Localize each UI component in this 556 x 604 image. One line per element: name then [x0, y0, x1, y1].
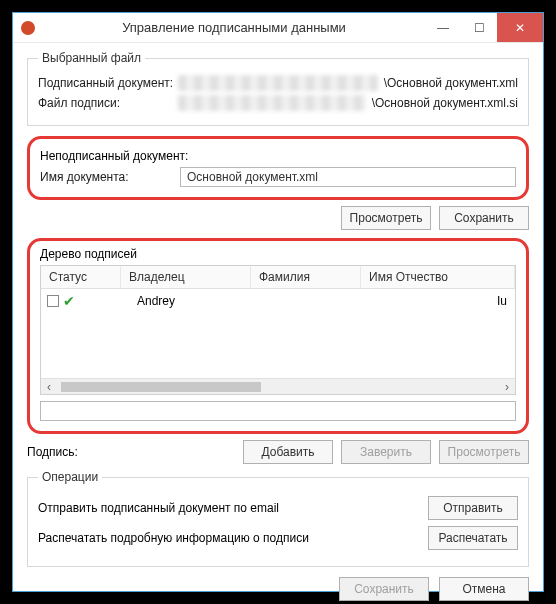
save-doc-button[interactable]: Сохранить — [439, 206, 529, 230]
window-frame: Управление подписанными данными ― ☐ ✕ Вы… — [12, 12, 544, 592]
scroll-right-icon[interactable]: › — [499, 380, 515, 394]
footer-cancel-button[interactable]: Отмена — [439, 577, 529, 601]
signature-tree: Статус Владелец Фамилия Имя Отчество ✔ A… — [40, 265, 516, 395]
sig-file-label: Файл подписи: — [38, 96, 178, 110]
signature-row: Подпись: Добавить Заверить Просмотреть — [27, 440, 529, 464]
scroll-left-icon[interactable]: ‹ — [41, 380, 57, 394]
col-owner[interactable]: Владелец — [121, 266, 251, 288]
doc-name-label: Имя документа: — [40, 170, 180, 184]
print-text: Распечатать подробную информацию о подпи… — [38, 531, 428, 545]
email-row: Отправить подписанный документ по email … — [38, 496, 518, 520]
unsigned-legend-row: Неподписанный документ: — [40, 149, 516, 163]
window-buttons: ― ☐ ✕ — [425, 13, 543, 42]
signed-doc-label: Подписанный документ: — [38, 76, 178, 90]
signature-label: Подпись: — [27, 445, 91, 459]
unsigned-buttons: Просмотреть Сохранить — [27, 206, 529, 230]
close-button[interactable]: ✕ — [497, 13, 543, 42]
col-status[interactable]: Статус — [41, 266, 121, 288]
col-surname[interactable]: Фамилия — [251, 266, 361, 288]
minimize-button[interactable]: ― — [425, 13, 461, 42]
operations-legend: Операции — [38, 470, 102, 484]
cell-owner: Andrey — [137, 294, 267, 308]
titlebar: Управление подписанными данными ― ☐ ✕ — [13, 13, 543, 43]
check-ok-icon: ✔ — [63, 293, 75, 309]
window-title: Управление подписанными данными — [43, 20, 425, 35]
operations-group: Операции Отправить подписанный документ … — [27, 470, 529, 567]
signed-doc-row: Подписанный документ: \Основной документ… — [38, 75, 518, 91]
table-row[interactable]: ✔ Andrey Iu — [41, 289, 515, 313]
cell-tail: Iu — [377, 294, 509, 308]
doc-name-row: Имя документа: — [40, 167, 516, 187]
selected-file-legend: Выбранный файл — [38, 51, 145, 65]
verify-signature-button[interactable]: Заверить — [341, 440, 431, 464]
tree-footer-row — [40, 401, 516, 421]
dialog-footer: Сохранить Отмена — [27, 577, 529, 601]
unsigned-doc-highlight: Неподписанный документ: Имя документа: — [27, 136, 529, 200]
send-email-button[interactable]: Отправить — [428, 496, 518, 520]
view-doc-button[interactable]: Просмотреть — [341, 206, 431, 230]
email-text: Отправить подписанный документ по email — [38, 501, 428, 515]
doc-name-input[interactable] — [180, 167, 516, 187]
maximize-button[interactable]: ☐ — [461, 13, 497, 42]
window-body: Выбранный файл Подписанный документ: \Ос… — [13, 43, 543, 604]
scroll-thumb[interactable] — [61, 382, 261, 392]
tree-header: Статус Владелец Фамилия Имя Отчество — [41, 266, 515, 289]
col-name-patronymic[interactable]: Имя Отчество — [361, 266, 515, 288]
add-signature-button[interactable]: Добавить — [243, 440, 333, 464]
print-row: Распечатать подробную информацию о подпи… — [38, 526, 518, 550]
unsigned-legend: Неподписанный документ: — [40, 149, 188, 163]
footer-save-button[interactable]: Сохранить — [339, 577, 429, 601]
print-button[interactable]: Распечатать — [428, 526, 518, 550]
row-checkbox[interactable] — [47, 295, 59, 307]
sig-file-suffix: \Основной документ.xml.si — [372, 96, 518, 110]
view-signature-button[interactable]: Просмотреть — [439, 440, 529, 464]
app-icon — [21, 21, 35, 35]
horizontal-scrollbar[interactable]: ‹ › — [41, 378, 515, 394]
tree-legend: Дерево подписей — [40, 247, 516, 261]
sig-file-path-blur — [178, 95, 366, 111]
signed-doc-suffix: \Основной документ.xml — [384, 76, 518, 90]
selected-file-group: Выбранный файл Подписанный документ: \Ос… — [27, 51, 529, 126]
signed-doc-path-blur — [178, 75, 378, 91]
tree-path-input[interactable] — [40, 401, 516, 421]
sig-file-row: Файл подписи: \Основной документ.xml.si — [38, 95, 518, 111]
signature-tree-highlight: Дерево подписей Статус Владелец Фамилия … — [27, 238, 529, 434]
